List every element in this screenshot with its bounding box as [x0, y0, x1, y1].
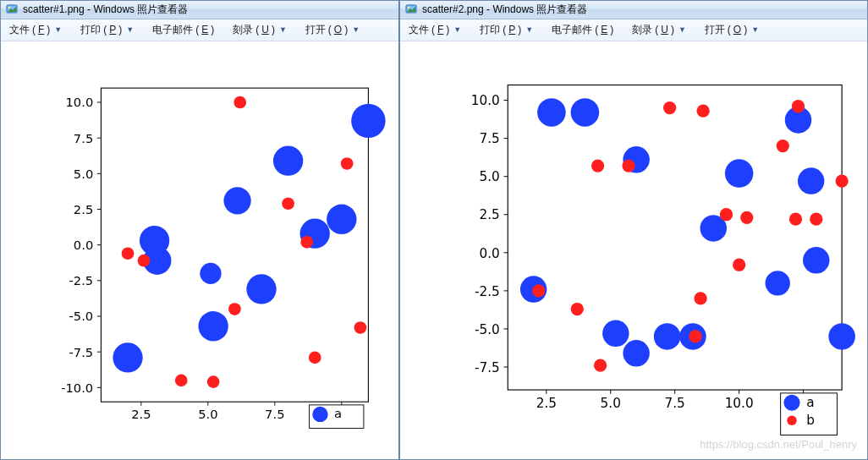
svg-point-115	[689, 330, 701, 342]
svg-point-101	[696, 104, 709, 117]
svg-point-36	[223, 187, 250, 214]
svg-point-44	[300, 236, 313, 249]
menubar: 文件(F)▼ 打印(P)▼ 电子邮件(E) 刻录(U)▼ 打开(O)▼	[400, 19, 867, 41]
svg-text:-7.5: -7.5	[69, 344, 94, 359]
svg-point-49	[309, 351, 321, 364]
svg-text:5.0: 5.0	[74, 167, 93, 181]
svg-point-89	[725, 159, 754, 188]
image-canvas[interactable]: 2.55.07.510.0-10.0-7.5-5.0-2.50.02.55.07…	[1, 41, 398, 459]
svg-point-42	[341, 157, 354, 170]
svg-point-118	[783, 395, 799, 411]
svg-point-114	[694, 292, 706, 304]
svg-text:-7.5: -7.5	[475, 360, 500, 375]
svg-text:0.0: 0.0	[479, 245, 499, 260]
titlebar[interactable]: scatter#1.png - Windows 照片查看器	[1, 1, 398, 19]
svg-text:b: b	[806, 413, 815, 428]
svg-point-53	[312, 407, 327, 422]
menu-open[interactable]: 打开(O)▼	[701, 21, 762, 39]
svg-point-39	[113, 342, 142, 372]
svg-point-107	[740, 211, 753, 224]
menu-email[interactable]: 电子邮件(E)	[149, 21, 217, 39]
menu-burn[interactable]: 刻录(U)▼	[629, 21, 689, 39]
svg-point-30	[351, 104, 385, 138]
svg-point-105	[777, 140, 789, 152]
svg-text:-5.0: -5.0	[475, 322, 500, 337]
chevron-down-icon: ▼	[453, 25, 461, 34]
menubar: 文件(F)▼ 打印(P)▼ 电子邮件(E) 刻录(U)▼ 打开(O)▼	[1, 19, 398, 41]
svg-point-108	[789, 212, 802, 225]
svg-text:a: a	[334, 406, 342, 420]
svg-point-1	[8, 7, 11, 9]
window-scatter1: scatter#1.png - Windows 照片查看器 文件(F)▼ 打印(…	[0, 0, 399, 460]
svg-point-41	[233, 96, 246, 108]
svg-point-109	[810, 212, 822, 225]
window-title: scatter#2.png - Windows 照片查看器	[422, 3, 587, 17]
svg-point-95	[602, 320, 629, 346]
desktop: scatter#1.png - Windows 照片查看器 文件(F)▼ 打印(…	[0, 0, 868, 460]
menu-burn[interactable]: 刻录(U)▼	[229, 21, 290, 39]
svg-text:5.0: 5.0	[479, 169, 499, 184]
svg-text:0.0: 0.0	[74, 238, 93, 252]
svg-point-110	[836, 174, 849, 187]
svg-text:7.5: 7.5	[479, 131, 499, 146]
svg-point-106	[720, 208, 733, 221]
svg-point-85	[537, 98, 566, 127]
svg-text:-5.0: -5.0	[69, 309, 94, 323]
svg-point-98	[623, 340, 649, 366]
svg-point-111	[733, 258, 745, 271]
svg-point-48	[354, 321, 367, 334]
svg-point-116	[594, 359, 607, 371]
svg-text:2.5: 2.5	[479, 207, 499, 222]
chevron-down-icon: ▼	[126, 25, 134, 34]
svg-point-103	[591, 159, 604, 172]
svg-point-50	[175, 374, 188, 386]
svg-point-90	[798, 167, 824, 194]
svg-text:7.5: 7.5	[265, 407, 284, 421]
menu-print[interactable]: 打印(P)▼	[476, 21, 536, 39]
svg-text:7.5: 7.5	[74, 130, 93, 145]
scatter-chart-2: 2.55.07.510.012.5-7.5-5.0-2.50.02.55.07.…	[400, 41, 867, 459]
svg-point-51	[207, 375, 220, 388]
svg-point-120	[787, 415, 796, 424]
svg-text:-2.5: -2.5	[69, 273, 94, 288]
svg-text:-2.5: -2.5	[475, 283, 500, 298]
svg-text:7.5: 7.5	[665, 396, 685, 411]
svg-point-37	[198, 311, 228, 341]
svg-point-96	[654, 323, 680, 349]
svg-point-86	[571, 98, 600, 127]
window-title: scatter#1.png - Windows 照片查看器	[23, 3, 188, 17]
menu-email[interactable]: 电子邮件(E)	[548, 21, 617, 39]
svg-text:2.5: 2.5	[536, 396, 557, 411]
chevron-down-icon: ▼	[279, 25, 287, 34]
svg-point-112	[532, 284, 545, 297]
chevron-down-icon: ▼	[54, 25, 62, 34]
svg-point-33	[327, 204, 356, 233]
svg-text:a: a	[806, 395, 814, 410]
chevron-down-icon: ▼	[352, 25, 360, 34]
svg-point-38	[246, 274, 276, 304]
chevron-down-icon: ▼	[678, 25, 686, 34]
svg-point-113	[571, 303, 584, 315]
svg-point-100	[663, 101, 676, 114]
svg-point-102	[792, 100, 805, 112]
chevron-down-icon: ▼	[525, 25, 533, 34]
window-scatter2: scatter#2.png - Windows 照片查看器 文件(F)▼ 打印(…	[399, 0, 868, 460]
menu-file[interactable]: 文件(F)▼	[405, 21, 464, 39]
svg-text:-10.0: -10.0	[61, 381, 93, 395]
menu-file[interactable]: 文件(F)▼	[6, 21, 65, 39]
app-icon	[6, 3, 18, 15]
svg-point-56	[408, 7, 410, 9]
svg-text:10.0: 10.0	[66, 95, 94, 109]
chevron-down-icon: ▼	[751, 25, 759, 34]
menu-open[interactable]: 打开(O)▼	[302, 21, 363, 39]
svg-point-92	[803, 247, 829, 273]
svg-point-104	[622, 159, 635, 172]
svg-point-46	[138, 255, 151, 267]
svg-text:2.5: 2.5	[74, 202, 93, 216]
svg-point-45	[122, 247, 135, 260]
image-canvas[interactable]: 2.55.07.510.012.5-7.5-5.0-2.50.02.55.07.…	[400, 41, 867, 459]
titlebar[interactable]: scatter#2.png - Windows 照片查看器	[400, 1, 867, 19]
menu-print[interactable]: 打印(P)▼	[77, 21, 137, 39]
svg-text:2.5: 2.5	[131, 407, 151, 421]
scatter-chart-1: 2.55.07.510.0-10.0-7.5-5.0-2.50.02.55.07…	[1, 41, 398, 459]
